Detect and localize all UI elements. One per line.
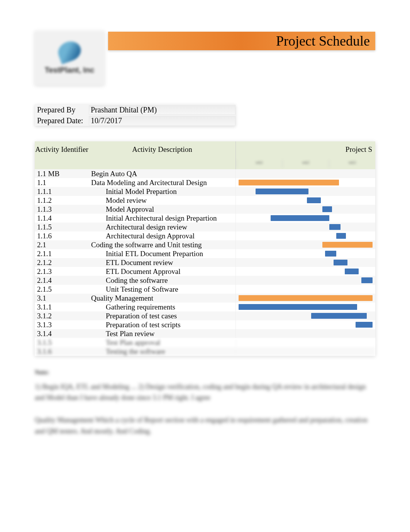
gantt-bar	[325, 251, 336, 257]
col-activity-desc: Activity Description	[89, 141, 235, 169]
gantt-cell	[235, 258, 375, 267]
page-title: Project Schedule	[108, 32, 375, 50]
gantt-bar	[329, 224, 341, 230]
gantt-bar	[307, 197, 321, 203]
activity-id: 3.1.5	[35, 338, 89, 347]
table-row: 3.1.3Preparation of test scripts	[35, 320, 375, 329]
table-row: 2.1.5Unit Testing of Software	[35, 285, 375, 294]
table-row: 1.1 MBBegin Auto QA	[35, 169, 375, 178]
prepared-by-label: Prepared By	[35, 105, 89, 114]
gantt-cell	[235, 178, 375, 187]
activity-id: 1.1.2	[35, 196, 89, 205]
activity-id: 3.1.4	[35, 330, 89, 338]
gantt-cell	[235, 249, 375, 258]
activity-id: 2.1.2	[35, 258, 89, 267]
activity-desc: Initial Model Prepartion	[89, 187, 235, 196]
gantt-cell	[235, 311, 375, 320]
activity-id: 1.1.1	[35, 187, 89, 196]
activity-desc: Architectural design review	[89, 223, 235, 231]
activity-id: 1.1.6	[35, 232, 89, 240]
activity-id: 1.1.3	[35, 205, 89, 214]
gantt-bar	[336, 233, 346, 239]
schedule-table: Activity Identifier Activity Description…	[35, 141, 375, 356]
table-row: 2.1.2ETL Document review	[35, 258, 375, 267]
gantt-cell	[235, 240, 375, 249]
table-body: 1.1 MBBegin Auto QA1.1Data Modeling and …	[35, 169, 375, 356]
table-row: 1.1.4Initial Architectural design Prepar…	[35, 214, 375, 223]
notes-p2: Quality Management Which a cycle of Repo…	[35, 415, 375, 437]
activity-desc: ETL Document review	[89, 258, 235, 267]
activity-desc: Coding the softwarre	[89, 276, 235, 285]
gantt-bar	[311, 313, 367, 319]
gantt-cell	[235, 169, 375, 178]
activity-desc: Begin Auto QA	[89, 170, 235, 178]
activity-id: 2.1	[35, 241, 89, 249]
activity-desc: Data Modeling and Arcitectural Design	[89, 178, 235, 187]
table-row: 2.1.1Initial ETL Document Prepartion	[35, 249, 375, 258]
gantt-bar	[239, 180, 339, 185]
gantt-bar	[271, 215, 329, 221]
table-row: 1.1Data Modeling and Arcitectural Design	[35, 178, 375, 187]
activity-desc: ETL Document Approval	[89, 267, 235, 276]
table-row: 3.1.4Test Plan review	[35, 329, 375, 338]
activity-id: 3.1.6	[35, 347, 89, 356]
table-row: 3.1.2Preparation of test cases	[35, 311, 375, 320]
gantt-cell	[235, 231, 375, 240]
gantt-bar	[334, 260, 347, 265]
table-row: 1.1.3Model Approval	[35, 205, 375, 214]
gantt-header-text: Project S	[346, 145, 372, 153]
gantt-bar	[345, 269, 359, 274]
table-row: 2.1Coding the softwarre and Unit testing	[35, 240, 375, 249]
meta-row-prepared-by: Prepared By Prashant Dhital (PM)	[35, 104, 235, 115]
activity-desc: Initial ETL Document Prepartion	[89, 250, 235, 258]
gantt-cell	[235, 294, 375, 303]
activity-id: 2.1.5	[35, 285, 89, 294]
gantt-cell	[235, 267, 375, 276]
gantt-cell	[235, 329, 375, 338]
activity-id: 2.1.3	[35, 267, 89, 276]
gantt-cell	[235, 347, 375, 356]
table-row: 1.1.5Architectural design review	[35, 223, 375, 231]
gantt-cell	[235, 320, 375, 329]
activity-desc: Test Plan review	[89, 330, 235, 338]
table-row: 2.1.3ETL Document Approval	[35, 267, 375, 276]
activity-desc: Test Plan approval	[89, 338, 235, 347]
table-row: 2.1.4Coding the softwarre	[35, 276, 375, 285]
gantt-bar	[356, 322, 372, 328]
table-row: 3.1.1Gathering requirements	[35, 303, 375, 311]
gantt-cell	[235, 205, 375, 214]
activity-desc: Gathering requirements	[89, 303, 235, 311]
gantt-cell	[235, 214, 375, 223]
gantt-bar	[361, 277, 373, 283]
company-logo: TestPlant, Inc	[35, 31, 104, 85]
activity-desc: Quality Management	[89, 294, 235, 303]
activity-desc: Testing the software	[89, 347, 235, 356]
notes-section: Note: 1) Begin IQA, ETL and Modeling ...…	[35, 367, 375, 437]
gantt-bar	[322, 242, 373, 248]
notes-p1: 1) Begin IQA, ETL and Modeling ... 2) De…	[35, 381, 375, 404]
gantt-cell	[235, 187, 375, 196]
notes-title: Note:	[35, 367, 375, 377]
gantt-cell	[235, 338, 375, 347]
table-row: 3.1.6Testing the software	[35, 347, 375, 356]
col-gantt: Project S wk1wk2wk3	[235, 141, 375, 169]
prepared-date-label: Prepared Date:	[35, 116, 89, 125]
table-row: 1.1.1Initial Model Prepartion	[35, 187, 375, 196]
table-row: 3.1.5Test Plan approval	[35, 338, 375, 347]
activity-id: 3.1.3	[35, 321, 89, 329]
header: TestPlant, Inc Project Schedule	[35, 31, 375, 85]
gantt-bar	[322, 206, 332, 212]
activity-desc: Initial Architectural design Prepartion	[89, 214, 235, 223]
gantt-cell	[235, 285, 375, 294]
prepared-by-value: Prashant Dhital (PM)	[89, 105, 235, 115]
activity-id: 3.1.1	[35, 303, 89, 311]
table-row: 3.1Quality Management	[35, 294, 375, 303]
activity-desc: Model Approval	[89, 205, 235, 214]
activity-desc: Coding the softwarre and Unit testing	[89, 241, 235, 249]
gantt-bar	[256, 189, 308, 194]
activity-desc: Architectural design Approval	[89, 232, 235, 240]
gantt-cell	[235, 196, 375, 205]
activity-id: 1.1	[35, 178, 89, 187]
logo-icon	[55, 38, 83, 65]
activity-id: 1.1.5	[35, 223, 89, 231]
